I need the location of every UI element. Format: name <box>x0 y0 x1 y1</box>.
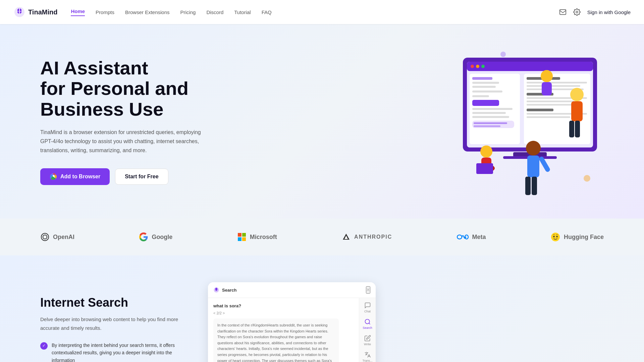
openai-label: OpenAI <box>53 234 74 241</box>
sign-in-button[interactable]: Sign in with Google <box>587 9 631 15</box>
svg-point-58 <box>457 235 462 239</box>
nav-home[interactable]: Home <box>71 8 85 16</box>
svg-rect-20 <box>472 116 509 118</box>
svg-rect-15 <box>472 90 502 93</box>
svg-rect-16 <box>472 95 489 97</box>
nav-logo[interactable]: TinaMind <box>13 6 57 18</box>
huggingface-label: Hugging Face <box>564 234 604 241</box>
mockup-body: what is sora? < 2/2 > In the context of … <box>208 298 359 362</box>
navbar: TinaMind Home Prompts Browser Extensions… <box>0 0 644 24</box>
hero-buttons: Add to Browser Start for Free <box>40 168 201 185</box>
check-icon: ✓ <box>40 342 48 350</box>
svg-rect-32 <box>527 109 553 111</box>
mail-icon-button[interactable] <box>559 8 567 16</box>
meta-icon <box>457 234 469 240</box>
svg-point-9 <box>481 65 485 68</box>
huggingface-logo: Hugging Face <box>550 232 604 242</box>
huggingface-icon <box>550 232 560 242</box>
settings-icon <box>573 8 581 16</box>
google-logo: Google <box>139 232 172 242</box>
sidebar-write-icon[interactable]: Write <box>364 335 371 346</box>
feature-text: Internet Search Delve deeper into browsi… <box>40 282 181 362</box>
svg-point-50 <box>541 70 553 82</box>
start-for-free-button[interactable]: Start for Free <box>115 169 168 185</box>
svg-rect-54 <box>238 233 241 237</box>
svg-point-52 <box>500 52 506 57</box>
microsoft-label: Microsoft <box>250 234 277 241</box>
feature-point-1: ✓ By interpreting the intent behind your… <box>40 342 181 362</box>
openai-logo: OpenAI <box>40 232 74 242</box>
svg-point-7 <box>471 65 474 68</box>
nav-links: Home Prompts Browser Extensions Pricing … <box>71 8 559 16</box>
svg-rect-43 <box>569 121 574 137</box>
svg-rect-12 <box>472 77 492 80</box>
anthropic-label: ANTHROPIC <box>354 234 392 240</box>
svg-rect-44 <box>575 121 580 137</box>
add-to-browser-button[interactable]: Add to Browser <box>40 168 110 185</box>
feature-title: Internet Search <box>40 296 181 310</box>
nav-right: Sign in with Google <box>559 8 631 16</box>
svg-rect-34 <box>527 116 570 118</box>
nav-prompts[interactable]: Prompts <box>96 9 114 15</box>
svg-point-1 <box>576 11 578 13</box>
feature-section-search: Internet Search Delve deeper into browsi… <box>0 255 644 362</box>
svg-rect-0 <box>560 10 566 15</box>
anthropic-logo: ANTHROPIC <box>341 232 392 242</box>
svg-rect-13 <box>472 82 499 84</box>
svg-rect-47 <box>525 177 531 195</box>
microsoft-icon <box>237 232 247 242</box>
svg-rect-30 <box>527 101 574 102</box>
svg-point-63 <box>365 319 369 324</box>
mockup-pagination: < 2/2 > <box>213 311 339 315</box>
anthropic-icon <box>341 232 351 242</box>
hero-illustration <box>436 38 624 198</box>
google-label: Google <box>152 234 172 241</box>
svg-point-45 <box>526 141 541 156</box>
search-mockup-wrapper: Search × what is sora? < 2/2 > In the co… <box>208 282 376 362</box>
mockup-header: Search × <box>208 282 376 298</box>
mail-icon <box>559 8 567 16</box>
mockup-result: In the context of the r/KingdomHearts su… <box>213 318 339 362</box>
svg-point-8 <box>476 65 479 68</box>
svg-point-41 <box>570 88 584 101</box>
mockup-query: what is sora? <box>213 303 339 308</box>
svg-rect-51 <box>542 82 552 96</box>
hero-section: AI Assistant for Personal and Business U… <box>0 24 644 219</box>
svg-rect-22 <box>474 122 507 124</box>
google-icon <box>139 232 148 242</box>
nav-discord[interactable]: Discord <box>206 9 223 15</box>
mockup-close-button[interactable]: × <box>366 286 370 294</box>
write-icon <box>364 335 371 342</box>
svg-rect-17 <box>472 100 499 106</box>
svg-point-59 <box>465 235 468 239</box>
settings-icon-button[interactable] <box>573 8 581 16</box>
svg-rect-57 <box>242 237 246 241</box>
svg-rect-19 <box>472 112 506 114</box>
nav-tutorial[interactable]: Tutorial <box>234 9 251 15</box>
meta-logo: Meta <box>457 234 486 241</box>
nav-pricing[interactable]: Pricing <box>180 9 196 15</box>
nav-faq[interactable]: FAQ <box>262 9 272 15</box>
chrome-icon <box>50 173 57 180</box>
sidebar-chat-icon[interactable]: Chat <box>364 302 371 313</box>
nav-browser-extensions[interactable]: Browser Extensions <box>125 9 170 15</box>
svg-point-37 <box>480 145 492 158</box>
svg-rect-48 <box>532 177 537 195</box>
svg-rect-25 <box>527 82 587 83</box>
svg-point-61 <box>553 236 554 237</box>
svg-rect-6 <box>467 62 593 71</box>
logo-text: TinaMind <box>28 8 57 16</box>
svg-point-62 <box>556 236 557 237</box>
svg-rect-56 <box>238 237 241 241</box>
openai-icon <box>40 232 50 242</box>
svg-point-60 <box>551 233 560 241</box>
svg-rect-26 <box>527 85 580 87</box>
mockup-sidebar: Chat Search Write <box>359 298 376 362</box>
sidebar-translate-icon[interactable]: Trans... <box>362 351 372 362</box>
mockup-logo-icon <box>213 287 219 293</box>
feature-description: Delve deeper into browsing web content t… <box>40 315 181 332</box>
sidebar-search-icon[interactable]: Search <box>363 318 372 329</box>
microsoft-logo: Microsoft <box>237 232 277 242</box>
hero-title: AI Assistant for Personal and Business U… <box>40 58 201 120</box>
meta-label: Meta <box>472 234 486 241</box>
